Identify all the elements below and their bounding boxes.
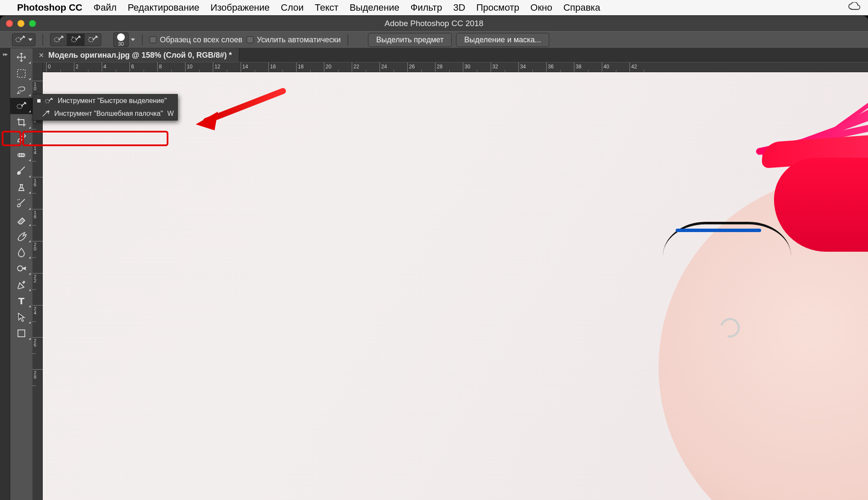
quick-selection-icon: [45, 97, 53, 104]
brush-picker-toggle[interactable]: [129, 38, 135, 41]
tool-preset-picker[interactable]: [12, 33, 35, 46]
chevron-down-icon: [28, 38, 32, 41]
blur-tool[interactable]: [10, 244, 32, 260]
brush-preview[interactable]: 30: [113, 32, 129, 47]
type-tool[interactable]: [10, 293, 32, 309]
document-tab-title: Модель оригинал.jpg @ 158% (Слой 0, RGB/…: [48, 51, 232, 60]
menu-image[interactable]: Изображение: [210, 2, 270, 13]
sample-all-layers-label: Образец со всех слоев: [160, 35, 242, 44]
eraser-tool[interactable]: [10, 212, 32, 228]
flyout-quick-selection-label: Инструмент "Быстрое выделение": [58, 97, 169, 105]
clone-stamp-tool[interactable]: [10, 179, 32, 195]
ruler-origin[interactable]: [32, 62, 43, 73]
select-and-mask-button[interactable]: Выделение и маска...: [456, 33, 549, 47]
expand-panels-icon: ▸▸: [3, 51, 7, 57]
pen-tool[interactable]: [10, 276, 32, 293]
menu-layers[interactable]: Слои: [281, 2, 304, 13]
auto-enhance-label: Усилить автоматически: [257, 35, 341, 44]
flyout-magic-wand-label: Инструмент "Волшебная палочка": [54, 110, 163, 118]
menu-edit[interactable]: Редактирование: [128, 2, 200, 13]
add-to-selection-button[interactable]: +: [67, 33, 84, 46]
menu-view[interactable]: Просмотр: [477, 2, 519, 13]
divider: [142, 34, 143, 45]
document-tab[interactable]: ✕ Модель оригинал.jpg @ 158% (Слой 0, RG…: [32, 48, 239, 62]
quick-selection-tool[interactable]: [10, 98, 32, 114]
marquee-tool[interactable]: [10, 65, 32, 82]
checkbox-icon: [150, 36, 156, 43]
tools-panel: Инструмент "Быстрое выделение" Инструмен…: [10, 48, 32, 500]
menu-select[interactable]: Выделение: [350, 2, 400, 13]
close-window-button[interactable]: [6, 20, 13, 27]
menu-window[interactable]: Окно: [530, 2, 552, 13]
window-title: Adobe Photoshop CC 2018: [0, 19, 868, 28]
auto-enhance-checkbox[interactable]: Усилить автоматически: [247, 35, 341, 44]
svg-point-7: [17, 104, 22, 109]
window-controls: [6, 20, 36, 27]
eyedropper-tool[interactable]: [10, 130, 32, 147]
crop-tool[interactable]: [10, 114, 32, 130]
move-tool[interactable]: [10, 49, 32, 65]
rectangle-tool[interactable]: [10, 325, 32, 341]
divider: [42, 34, 43, 45]
app-window: Adobe Photoshop CC 2018 + − 30: [0, 16, 868, 500]
selection-mode-segmented: + −: [50, 33, 101, 46]
chevron-down-icon: [131, 38, 135, 41]
path-selection-tool[interactable]: [10, 309, 32, 325]
horizontal-ruler[interactable]: 024681012141618202224262830323436384042: [32, 62, 868, 72]
options-bar: + − 30 Образец со всех слоев Усилить авт…: [0, 31, 868, 48]
minimize-window-button[interactable]: [18, 20, 24, 27]
document-image: [509, 72, 868, 495]
svg-rect-6: [18, 70, 25, 77]
history-brush-tool[interactable]: [10, 195, 32, 212]
flyout-magic-wand[interactable]: Инструмент "Волшебная палочка" W: [33, 107, 177, 120]
window-titlebar[interactable]: Adobe Photoshop CC 2018: [0, 16, 868, 31]
left-expand-strip[interactable]: ▸▸: [0, 48, 10, 500]
svg-text:+: +: [71, 35, 74, 39]
dodge-tool[interactable]: [10, 260, 32, 276]
sample-all-layers-checkbox[interactable]: Образец со всех слоев: [150, 35, 242, 44]
select-subject-button[interactable]: Выделить предмет: [368, 33, 452, 47]
svg-rect-10: [18, 330, 25, 337]
document-tab-bar: ✕ Модель оригинал.jpg @ 158% (Слой 0, RG…: [32, 48, 868, 62]
subtract-from-selection-button[interactable]: −: [84, 33, 101, 46]
menu-help[interactable]: Справка: [563, 2, 600, 13]
tool-flyout-menu: Инструмент "Быстрое выделение" Инструмен…: [32, 94, 178, 121]
brush-tool[interactable]: [10, 163, 32, 179]
svg-point-11: [45, 100, 50, 103]
svg-text:−: −: [88, 35, 91, 39]
checkbox-icon: [247, 36, 253, 43]
app-menu[interactable]: Photoshop CC: [17, 2, 82, 13]
gradient-tool[interactable]: [10, 228, 32, 244]
vertical-ruler[interactable]: 10121416182022242628: [32, 72, 43, 500]
canvas[interactable]: [43, 72, 868, 500]
flyout-magic-wand-shortcut: W: [167, 110, 174, 118]
zoom-window-button[interactable]: [29, 20, 36, 27]
menu-file[interactable]: Файл: [94, 2, 117, 13]
divider: [347, 34, 348, 45]
flyout-quick-selection[interactable]: Инструмент "Быстрое выделение": [33, 94, 177, 107]
healing-brush-tool[interactable]: [10, 147, 32, 163]
lasso-tool[interactable]: [10, 82, 32, 98]
cc-status-icon[interactable]: [848, 2, 860, 13]
magic-wand-icon: [41, 110, 50, 117]
close-tab-button[interactable]: ✕: [38, 51, 44, 59]
menu-3d[interactable]: 3D: [453, 2, 465, 13]
brush-tip-icon: [117, 33, 125, 41]
menu-type[interactable]: Текст: [315, 2, 338, 13]
brush-size-label: 30: [118, 41, 124, 47]
selected-dot-icon: [37, 99, 41, 103]
mac-menubar: Photoshop CC Файл Редактирование Изображ…: [0, 0, 868, 15]
menu-filter[interactable]: Фильтр: [411, 2, 442, 13]
new-selection-button[interactable]: [50, 33, 67, 46]
